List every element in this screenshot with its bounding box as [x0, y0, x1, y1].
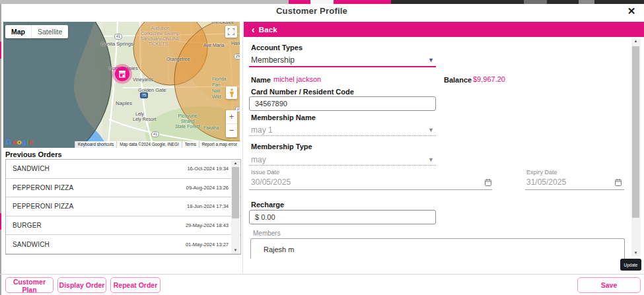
- order-row[interactable]: PEPPERONI PIZZA 18-Jun-2024 17:34: [6, 197, 240, 216]
- account-types-label: Account Types: [251, 44, 303, 51]
- fullscreen-button[interactable]: [225, 26, 237, 38]
- map-label-immokalee: Immokalee: [211, 22, 234, 24]
- footer-divider: [0, 274, 644, 275]
- route-shield-75-icon: 75: [140, 92, 148, 98]
- update-button[interactable]: Update: [620, 259, 641, 271]
- form-scroll-thumb[interactable]: [632, 46, 639, 218]
- order-row[interactable]: PEPPERONI PIZZA 09-Aug-2024 13:26: [6, 179, 240, 198]
- expiry-date-underline: [525, 189, 624, 190]
- calendar-icon: [485, 179, 491, 186]
- repeat-order-button[interactable]: Repeat Order: [110, 277, 161, 293]
- chevron-down-icon: ▼: [428, 127, 434, 133]
- route-shield-29-icon: 29: [234, 53, 240, 59]
- account-types-select[interactable]: Membership: [251, 55, 295, 65]
- map-label-ave-maria: Ave Maria: [203, 43, 224, 48]
- fullscreen-icon: [228, 28, 234, 35]
- card-number-input[interactable]: [249, 96, 436, 111]
- issue-date-value: 30/05/2025: [251, 178, 291, 187]
- map-label-naples: Naples: [116, 100, 132, 106]
- balance-value: $9,967.20: [473, 75, 505, 83]
- membership-name-select: may 1: [251, 125, 273, 135]
- membership-name-label: Membership Name: [251, 114, 316, 121]
- zoom-out-button[interactable]: −: [226, 124, 237, 137]
- chevron-left-icon: ‹: [252, 24, 255, 35]
- chevron-down-icon: ▼: [428, 156, 434, 163]
- customer-plan-button[interactable]: Customer Plan: [5, 277, 54, 293]
- map-label-orangetree: Orangetree: [166, 57, 190, 61]
- scroll-up-icon[interactable]: ▲: [231, 160, 240, 166]
- map-label-vineyards: Vineyards: [133, 77, 153, 82]
- map-zoom-control: + −: [226, 110, 237, 137]
- terms-link[interactable]: Terms: [182, 141, 199, 148]
- previous-orders-heading: Previous Orders: [5, 150, 62, 158]
- orders-scrollbar[interactable]: ▲ ▼: [231, 160, 240, 253]
- save-button[interactable]: Save: [577, 277, 641, 293]
- member-item[interactable]: Rajesh m: [251, 239, 624, 253]
- map-attribution: Keyboard shortcuts Map data ©2024 Google…: [75, 141, 240, 148]
- route-shield-41b-icon: 41: [151, 131, 159, 137]
- balance-label: Balance: [444, 76, 472, 84]
- map-label-lely: Lely: [135, 112, 144, 116]
- map-type-map-button[interactable]: Map: [5, 25, 32, 38]
- customer-profile-modal: Customer Profile ✕ Immokalee Audub: [0, 0, 644, 295]
- previous-orders-table: SANDWICH 16-Oct-2024 19:34 PEPPERONI PIZ…: [5, 159, 241, 255]
- map-type-control: Map Satellite: [5, 25, 68, 38]
- card-number-label: Card Number / Resident Code: [251, 88, 354, 96]
- members-label: Members: [253, 230, 281, 237]
- report-map-error-link[interactable]: Report a map error: [199, 141, 240, 148]
- display-order-button[interactable]: Display Order: [57, 277, 106, 293]
- google-logo: Google: [6, 138, 33, 146]
- membership-type-select: may: [251, 155, 266, 164]
- map-label-picayune: PicayuneStrandState Forest: [167, 114, 208, 129]
- map-label-fakahatchee: Fakaha: [203, 125, 219, 131]
- recharge-input[interactable]: [249, 210, 436, 224]
- scroll-down-icon[interactable]: ▼: [231, 247, 240, 253]
- recharge-label: Recharge: [251, 201, 284, 209]
- scroll-up-icon[interactable]: ▲: [631, 38, 640, 44]
- map-type-satellite-button[interactable]: Satellite: [32, 25, 68, 38]
- membership-type-underline: [249, 165, 436, 166]
- map-label-bonita-springs: Bonita Springs: [101, 41, 133, 47]
- page-title: Customer Profile: [0, 6, 624, 16]
- name-value: michel jackson: [273, 75, 321, 83]
- pegman-icon: [229, 88, 234, 98]
- orders-scroll-thumb[interactable]: [232, 167, 239, 218]
- form-scrollbar[interactable]: ▲ ▼: [631, 38, 641, 256]
- column-divider: [242, 22, 243, 274]
- membership-name-underline: [249, 135, 436, 136]
- map-label-lely-resort: Lely Resort: [133, 117, 156, 121]
- close-icon[interactable]: ✕: [624, 4, 639, 18]
- calendar-icon: [615, 179, 622, 186]
- storefront-icon: [118, 70, 126, 78]
- name-label: Name: [251, 76, 271, 84]
- map-data-text: Map data ©2024 Google, INEGI: [116, 141, 181, 148]
- chevron-down-icon[interactable]: ▼: [428, 57, 434, 63]
- zoom-in-button[interactable]: +: [226, 110, 237, 124]
- order-row[interactable]: SANDWICH 01-May-2024 13:27: [6, 235, 240, 254]
- expiry-date-value: 31/05/2025: [526, 178, 566, 187]
- expiry-date-label: Expiry Date: [526, 169, 557, 176]
- map-label-hark: Hark: [231, 41, 240, 46]
- back-button[interactable]: ‹ Back: [244, 22, 644, 37]
- map-label-audubon: AudubonCorkscrew Swamp Sanctuary-ONLINET…: [129, 26, 192, 47]
- background-page-strip: [0, 0, 644, 4]
- keyboard-shortcuts-link[interactable]: Keyboard shortcuts: [75, 141, 116, 148]
- members-list[interactable]: Rajesh m: [250, 238, 625, 259]
- order-row[interactable]: BURGER 29-May-2024 18:43: [6, 216, 240, 236]
- route-shield-41-icon: 41: [114, 34, 122, 40]
- account-types-underline: [249, 66, 436, 67]
- store-marker[interactable]: [115, 67, 129, 81]
- map-canvas[interactable]: Immokalee AudubonCorkscrew Swamp Sanctua…: [3, 22, 240, 148]
- scroll-down-icon[interactable]: ▼: [631, 250, 640, 256]
- issue-date-label: Issue Date: [251, 169, 279, 176]
- order-row[interactable]: SANDWICH 16-Oct-2024 19:34: [6, 160, 240, 179]
- issue-date-underline: [249, 189, 492, 190]
- membership-type-label: Membership Type: [251, 143, 312, 150]
- pegman-control[interactable]: [226, 86, 237, 99]
- page-left-edge: [0, 4, 1, 295]
